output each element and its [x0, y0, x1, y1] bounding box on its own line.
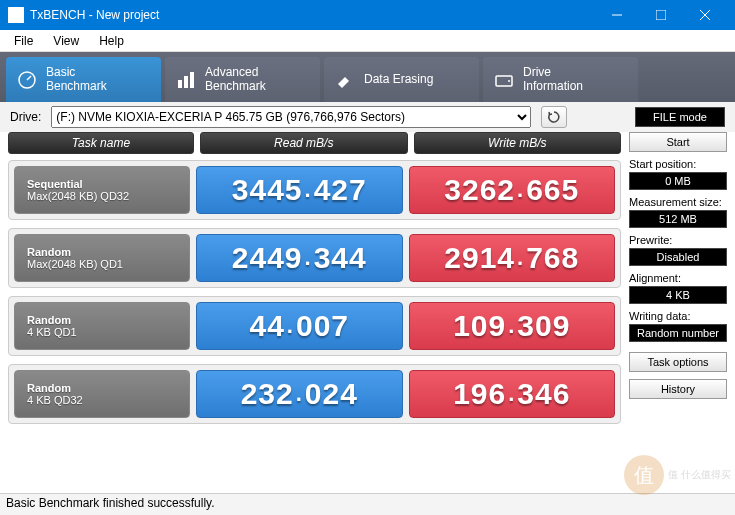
result-row: SequentialMax(2048 KB) QD323445.4273262.… [8, 160, 621, 220]
history-button[interactable]: History [629, 379, 727, 399]
start-position-label: Start position: [629, 158, 727, 170]
drive-bar: Drive: (F:) NVMe KIOXIA-EXCERIA P 465.75… [0, 102, 735, 132]
write-value: 109.309 [409, 302, 616, 350]
menu-file[interactable]: File [4, 32, 43, 50]
task-name-cell: RandomMax(2048 KB) QD1 [14, 234, 190, 282]
prewrite-value[interactable]: Disabled [629, 248, 727, 266]
minimize-button[interactable] [595, 0, 639, 30]
task-options-button[interactable]: Task options [629, 352, 727, 372]
close-button[interactable] [683, 0, 727, 30]
header-read: Read mB/s [200, 132, 408, 154]
read-value: 3445.427 [196, 166, 403, 214]
tab-data-erasing[interactable]: Data Erasing [324, 57, 479, 102]
write-value: 196.346 [409, 370, 616, 418]
header-write: Write mB/s [414, 132, 622, 154]
drive-icon [493, 69, 515, 91]
menu-view[interactable]: View [43, 32, 89, 50]
svg-line-5 [27, 76, 31, 80]
read-value: 232.024 [196, 370, 403, 418]
task-name-cell: Random4 KB QD1 [14, 302, 190, 350]
writing-data-value[interactable]: Random number [629, 324, 727, 342]
status-bar: Basic Benchmark finished successfully. [0, 493, 735, 515]
start-button[interactable]: Start [629, 132, 727, 152]
drive-select[interactable]: (F:) NVMe KIOXIA-EXCERIA P 465.75 GB (97… [51, 106, 531, 128]
result-row: Random4 KB QD32232.024196.346 [8, 364, 621, 424]
writing-data-label: Writing data: [629, 310, 727, 322]
tab-advanced-benchmark[interactable]: AdvancedBenchmark [165, 57, 320, 102]
svg-rect-7 [184, 76, 188, 88]
alignment-label: Alignment: [629, 272, 727, 284]
svg-rect-6 [178, 80, 182, 88]
header-task: Task name [8, 132, 194, 154]
prewrite-label: Prewrite: [629, 234, 727, 246]
svg-point-10 [508, 80, 510, 82]
maximize-button[interactable] [639, 0, 683, 30]
read-value: 2449.344 [196, 234, 403, 282]
start-position-value[interactable]: 0 MB [629, 172, 727, 190]
drive-label: Drive: [10, 110, 41, 124]
alignment-value[interactable]: 4 KB [629, 286, 727, 304]
menu-help[interactable]: Help [89, 32, 134, 50]
svg-rect-8 [190, 72, 194, 88]
write-value: 3262.665 [409, 166, 616, 214]
file-mode-button[interactable]: FILE mode [635, 107, 725, 127]
erase-icon [334, 69, 356, 91]
app-icon [8, 7, 24, 23]
write-value: 2914.768 [409, 234, 616, 282]
result-row: RandomMax(2048 KB) QD12449.3442914.768 [8, 228, 621, 288]
refresh-button[interactable] [541, 106, 567, 128]
task-name-cell: SequentialMax(2048 KB) QD32 [14, 166, 190, 214]
side-panel: Start Start position: 0 MB Measurement s… [621, 132, 727, 497]
bars-icon [175, 69, 197, 91]
task-name-cell: Random4 KB QD32 [14, 370, 190, 418]
tab-basic-benchmark[interactable]: BasicBenchmark [6, 57, 161, 102]
window-title: TxBENCH - New project [30, 8, 159, 22]
tab-drive-information[interactable]: DriveInformation [483, 57, 638, 102]
results-panel: Task name Read mB/s Write mB/s Sequentia… [8, 132, 621, 497]
gauge-icon [16, 69, 38, 91]
title-bar: TxBENCH - New project [0, 0, 735, 30]
result-row: Random4 KB QD144.007109.309 [8, 296, 621, 356]
measurement-size-value[interactable]: 512 MB [629, 210, 727, 228]
svg-rect-1 [656, 10, 666, 20]
menu-bar: File View Help [0, 30, 735, 52]
measurement-size-label: Measurement size: [629, 196, 727, 208]
tab-bar: BasicBenchmark AdvancedBenchmark Data Er… [0, 52, 735, 102]
read-value: 44.007 [196, 302, 403, 350]
